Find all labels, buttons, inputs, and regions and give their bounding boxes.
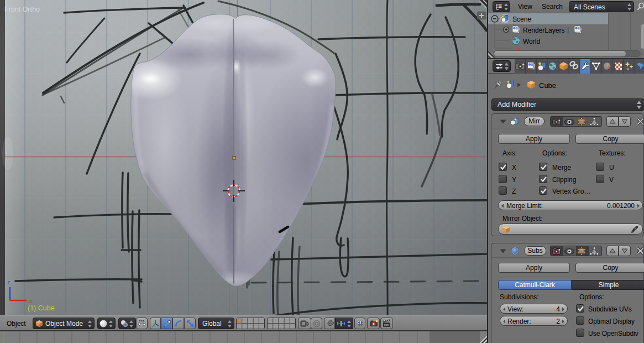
svg-text:(1) Cube: (1) Cube bbox=[28, 304, 55, 312]
svg-text:Front Ortho: Front Ortho bbox=[4, 6, 40, 13]
svg-text:x: x bbox=[29, 298, 33, 304]
svg-text:z: z bbox=[7, 279, 11, 285]
